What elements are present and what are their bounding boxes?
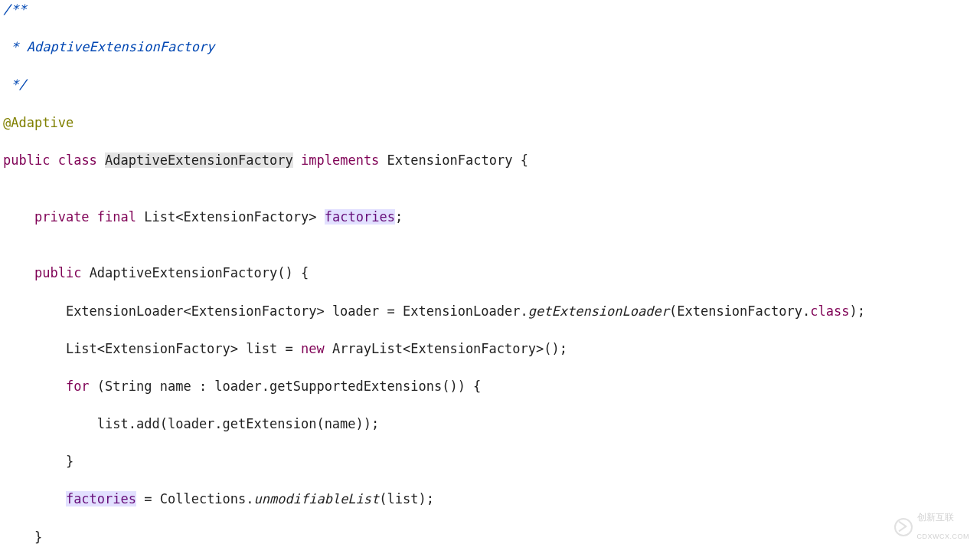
ctor-l6c: unmodifiableList [254, 491, 380, 506]
ctor-l6d: (list); [379, 491, 434, 506]
ctor-l1a: ExtensionLoader<ExtensionFactory> loader… [66, 303, 528, 319]
javadoc-body: * AdaptiveExtensionFactory [3, 39, 214, 54]
sp [512, 152, 520, 168]
brace-close: } [66, 454, 74, 469]
kw-for: for [66, 379, 90, 394]
field-factories-assign: factories [66, 491, 136, 506]
kw-public: public [3, 152, 50, 168]
sp [317, 209, 325, 225]
ctor-l1e: ); [849, 303, 864, 319]
kw-public: public [34, 265, 81, 280]
iface-name: ExtensionFactory [387, 152, 513, 168]
kw-classlit: class [810, 303, 849, 319]
ctor-l1c: (ExtensionFactory. [669, 303, 810, 319]
type-list: List [144, 209, 175, 225]
javadoc-open: /** [3, 2, 27, 17]
ctor-sig-tail: () { [277, 265, 309, 280]
sp [379, 152, 387, 168]
kw-class: class [58, 152, 97, 168]
javadoc-close: */ [3, 77, 27, 92]
field-factories: factories [325, 209, 395, 225]
sp [50, 152, 57, 168]
ctor-name: AdaptiveExtensionFactory [90, 265, 278, 280]
sp [90, 209, 97, 225]
kw-private: private [34, 209, 90, 225]
brace-open: { [521, 152, 528, 168]
kw-final: final [97, 209, 136, 225]
sp [136, 209, 144, 225]
ctor-l2a: List<ExtensionFactory> list = [66, 341, 301, 356]
sp [293, 152, 301, 168]
kw-implements: implements [301, 152, 379, 168]
semi: ; [395, 209, 403, 225]
lt: < [175, 209, 183, 225]
ctor-l4: list.add(loader.getExtension(name)); [97, 416, 379, 431]
type-ef: ExtensionFactory [184, 209, 309, 225]
ctor-l1b: getExtensionLoader [528, 303, 669, 319]
class-name: AdaptiveExtensionFactory [105, 152, 293, 168]
kw-new: new [301, 341, 325, 356]
ctor-l6b: = Collections. [136, 491, 254, 506]
code-editor: /** * AdaptiveExtensionFactory */ @Adapt… [0, 0, 980, 554]
annotation-adaptive: @Adaptive [3, 115, 74, 130]
gt: > [309, 209, 316, 225]
ctor-l2c: ArrayList<ExtensionFactory>(); [325, 341, 567, 356]
sp [97, 152, 105, 168]
sp [81, 265, 89, 280]
ctor-l3b: (String name : loader.getSupportedExtens… [90, 379, 482, 394]
brace-close: } [34, 529, 42, 545]
